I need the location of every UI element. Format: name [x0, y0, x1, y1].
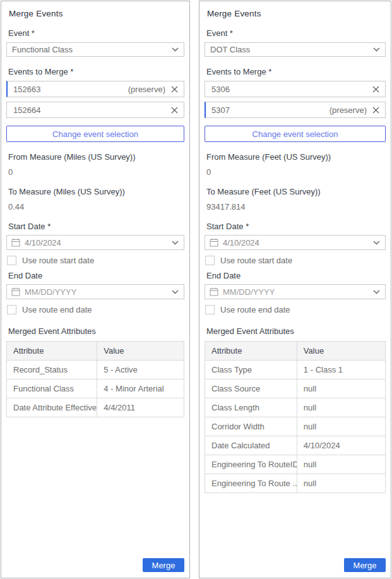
attribute-cell: Engineering To RouteID [205, 455, 297, 474]
chevron-down-icon [172, 290, 179, 294]
table-row: Class Length null [205, 398, 386, 417]
attribute-cell: Class Length [205, 398, 297, 417]
event-id: 152663 [13, 85, 128, 94]
chevron-down-icon [373, 290, 380, 294]
preserve-tag: (preserve) [128, 85, 165, 94]
chevron-down-icon [172, 47, 179, 52]
page-title: Merge Events [9, 9, 184, 18]
merged-event-attributes-title: Merged Event Attributes [206, 326, 386, 336]
change-event-selection-button[interactable]: Change event selection [205, 126, 386, 142]
calendar-icon [11, 287, 20, 296]
value-cell: null [297, 398, 385, 417]
change-event-selection-button[interactable]: Change event selection [6, 126, 184, 142]
table-row: Class Type 1 - Class 1 [205, 361, 386, 379]
merged-event-attributes-table: Attribute Value Record_Status 5 - Active… [6, 341, 184, 417]
remove-event-icon[interactable] [371, 105, 380, 114]
value-cell: 4/10/2024 [297, 436, 385, 455]
value-cell: null [297, 455, 385, 474]
events-to-merge-label: Events to Merge * [206, 67, 386, 76]
attribute-column-header: Attribute [205, 342, 297, 361]
merge-button[interactable]: Merge [344, 558, 386, 572]
end-date-label: End Date [8, 271, 184, 280]
use-route-start-date-row: Use route start date [7, 256, 184, 265]
attribute-cell: Record_Status [7, 361, 97, 379]
from-measure-value: 0 [206, 167, 386, 177]
to-measure-label: To Measure (Miles (US Survey)) [8, 187, 184, 196]
event-select-value: DOT Class [210, 45, 373, 54]
use-route-end-date-row: Use route end date [205, 305, 386, 314]
value-cell: 5 - Active [97, 361, 184, 379]
table-header-row: Attribute Value [205, 342, 386, 361]
event-id: 5307 [211, 105, 330, 115]
table-row: Date Attribute Effective 4/4/2011 [7, 398, 184, 417]
event-to-merge-item[interactable]: 5306 [205, 81, 386, 97]
start-date-value: 4/10/2024 [25, 238, 172, 248]
use-route-end-date-checkbox[interactable] [205, 305, 215, 314]
event-id: 5306 [211, 85, 367, 94]
end-date-input[interactable]: MM/DD/YYYY [205, 284, 386, 299]
use-route-start-date-label: Use route start date [22, 256, 94, 265]
use-route-start-date-checkbox[interactable] [205, 256, 215, 265]
use-route-start-date-checkbox[interactable] [7, 256, 16, 265]
event-select-value: Functional Class [12, 45, 172, 54]
value-cell: 4/4/2011 [97, 398, 184, 417]
from-measure-label: From Measure (Feet (US Survey)) [206, 152, 386, 162]
remove-event-icon[interactable] [170, 105, 179, 114]
table-row: Date Calculated 4/10/2024 [205, 436, 386, 455]
use-route-end-date-label: Use route end date [220, 305, 290, 314]
attribute-cell: Date Attribute Effective [7, 398, 97, 417]
merge-button[interactable]: Merge [143, 558, 184, 572]
value-cell: null [297, 474, 385, 493]
attribute-cell: Class Source [205, 379, 297, 398]
event-to-merge-item[interactable]: 152664 [6, 102, 184, 118]
end-date-input[interactable]: MM/DD/YYYY [6, 284, 184, 299]
table-row: Engineering To RouteID null [205, 455, 386, 474]
use-route-start-date-row: Use route start date [205, 256, 386, 265]
table-header-row: Attribute Value [7, 342, 184, 361]
value-cell: null [297, 417, 385, 436]
event-id: 152664 [13, 105, 165, 115]
end-date-placeholder: MM/DD/YYYY [25, 287, 172, 297]
merged-event-attributes-table: Attribute Value Class Type 1 - Class 1 C… [205, 341, 386, 493]
table-row: Functional Class 4 - Minor Arterial [7, 379, 184, 398]
merge-events-panel-right: Merge Events Event * DOT Class Events to… [199, 1, 391, 578]
remove-event-icon[interactable] [371, 85, 380, 93]
table-row: Corridor Width null [205, 417, 386, 436]
calendar-icon [210, 238, 218, 247]
value-column-header: Value [297, 342, 385, 361]
chevron-down-icon [373, 241, 380, 245]
start-date-input[interactable]: 4/10/2024 [6, 235, 184, 250]
attribute-cell: Corridor Width [205, 417, 297, 436]
to-measure-value: 93417.814 [206, 202, 386, 212]
event-select[interactable]: DOT Class [205, 42, 386, 57]
calendar-icon [11, 238, 20, 247]
workspace: Merge Events Event * Functional Class Ev… [0, 0, 392, 579]
start-date-input[interactable]: 4/10/2024 [205, 235, 386, 250]
start-date-label: Start Date * [8, 222, 184, 231]
table-row: Engineering To Route ... null [205, 474, 386, 493]
use-route-end-date-row: Use route end date [7, 305, 184, 314]
remove-event-icon[interactable] [170, 85, 179, 93]
events-to-merge-label: Events to Merge * [8, 67, 184, 76]
event-to-merge-item[interactable]: 152663 (preserve) [6, 81, 184, 97]
to-measure-label: To Measure (Feet (US Survey)) [206, 187, 386, 196]
chevron-down-icon [373, 47, 380, 52]
from-measure-value: 0 [8, 167, 184, 177]
value-cell: 1 - Class 1 [297, 361, 385, 379]
use-route-end-date-label: Use route end date [22, 305, 92, 314]
merge-events-panel-left: Merge Events Event * Functional Class Ev… [1, 1, 190, 578]
attribute-cell: Date Calculated [205, 436, 297, 455]
use-route-end-date-checkbox[interactable] [7, 305, 16, 314]
attribute-column-header: Attribute [7, 342, 97, 361]
event-label: Event * [8, 28, 184, 38]
event-select[interactable]: Functional Class [6, 42, 184, 57]
end-date-placeholder: MM/DD/YYYY [223, 287, 373, 297]
event-to-merge-item[interactable]: 5307 (preserve) [205, 102, 386, 118]
chevron-down-icon [172, 241, 179, 245]
table-row: Record_Status 5 - Active [7, 361, 184, 379]
value-cell: 4 - Minor Arterial [97, 379, 184, 398]
merged-event-attributes-title: Merged Event Attributes [8, 326, 184, 336]
attribute-cell: Functional Class [7, 379, 97, 398]
table-row: Class Source null [205, 379, 386, 398]
to-measure-value: 0.44 [8, 202, 184, 212]
